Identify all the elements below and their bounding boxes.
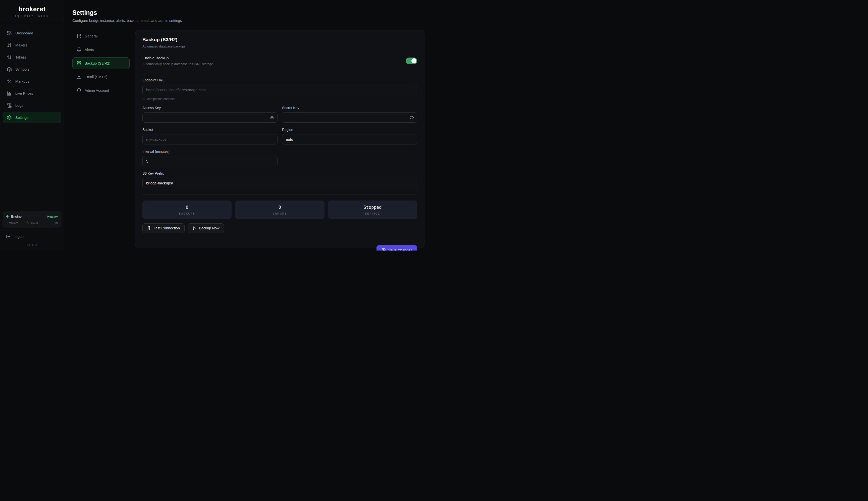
stat-card-errors: 0 ERRORS (235, 201, 324, 219)
enable-backup-label: Enable Backup (142, 56, 213, 60)
sidebar-item-logs[interactable]: Logs (3, 100, 61, 111)
tab-label: Email (SMTP) (85, 75, 107, 79)
live-prices-icon (7, 91, 12, 96)
sidebar-item-takers[interactable]: Takers (3, 52, 61, 63)
test-connection-button[interactable]: Test Connection (142, 223, 185, 233)
settings-icon (7, 115, 12, 120)
activity-icon (26, 221, 29, 224)
engine-makers-count: 1 makers (6, 221, 23, 224)
bell-icon (77, 47, 82, 52)
divider (142, 239, 417, 239)
backup-stats: 0 BACKUPS 0 ERRORS Stopped SERVICE (142, 201, 417, 219)
panel-subtitle: Automated database backups (142, 44, 417, 48)
play-icon (192, 226, 196, 230)
tab-alerts[interactable]: Alerts (72, 44, 130, 55)
symbols-icon (7, 67, 12, 72)
makers-icon (7, 43, 12, 48)
backup-now-button[interactable]: Backup Now (188, 223, 224, 233)
secret-key-label: Secret Key (282, 106, 417, 110)
enable-backup-toggle[interactable] (405, 57, 417, 64)
save-changes-label: Save Changes (388, 248, 412, 251)
region-label: Region (282, 128, 417, 132)
errors-count: 0 (235, 205, 324, 210)
divider (142, 72, 417, 72)
sidebar-spacer (0, 124, 64, 211)
toggle-knob (411, 58, 416, 63)
enable-backup-text: Enable Backup Automatically backup datab… (142, 56, 213, 66)
tab-backup[interactable]: Backup (S3/R2) (72, 57, 130, 69)
engine-rate: 162/s (31, 221, 38, 224)
mail-icon (77, 74, 82, 79)
access-key-label: Access Key (142, 106, 278, 110)
enable-backup-description: Automatically backup database to S3/R2 s… (142, 62, 213, 66)
sidebar-item-symbols[interactable]: Symbols (3, 64, 61, 75)
backups-label: BACKUPS (142, 212, 231, 215)
divider (142, 194, 417, 194)
app-version: v1.0.0 (0, 240, 64, 250)
test-tube-icon (147, 226, 151, 230)
shield-icon (77, 88, 82, 93)
tab-admin-account[interactable]: Admin Account (72, 84, 130, 96)
tab-general[interactable]: General (72, 30, 130, 42)
save-changes-button[interactable]: Save Changes (377, 245, 417, 250)
secret-key-input[interactable] (282, 112, 417, 122)
backups-count: 0 (142, 205, 231, 210)
endpoint-url-input[interactable] (142, 85, 417, 95)
sidebar-item-markups[interactable]: Markups (3, 76, 61, 87)
sidebar-item-dashboard[interactable]: Dashboard (3, 28, 61, 39)
page-subtitle: Configure bridge instance, alerts, backu… (72, 19, 424, 23)
sidebar-item-label: Takers (15, 55, 26, 59)
engine-status-dot (6, 215, 9, 217)
sidebar-item-label: Logs (15, 104, 23, 108)
logout-label: Logout (13, 235, 24, 239)
tab-label: Backup (S3/R2) (85, 61, 110, 65)
access-key-input[interactable] (142, 112, 278, 122)
sidebar-item-settings[interactable]: Settings (3, 112, 61, 123)
logs-icon (7, 103, 12, 108)
test-connection-label: Test Connection (154, 226, 180, 230)
takers-icon (7, 55, 12, 60)
service-label: SERVICE (328, 212, 417, 215)
engine-status-card: Engine Healthy 1 makers 162/s 18m (2, 211, 62, 228)
main-content: Settings Configure bridge instance, aler… (64, 0, 434, 250)
brand-tagline: LIQUIDITY BRIDGE (13, 15, 52, 18)
brand-logo: brokeret (18, 5, 45, 13)
sidebar: brokeret LIQUIDITY BRIDGE Dashboard Make… (0, 0, 64, 250)
endpoint-url-label: Endpoint URL (142, 78, 417, 82)
dashboard-icon (7, 31, 12, 36)
interval-label: Interval (minutes) (142, 149, 278, 153)
sidebar-item-label: Markups (15, 79, 29, 83)
brand: brokeret LIQUIDITY BRIDGE (0, 0, 64, 23)
tab-label: Admin Account (85, 88, 109, 93)
endpoint-helper-text: S3-compatible endpoint (142, 97, 417, 101)
tab-label: Alerts (85, 48, 94, 52)
stat-card-backups: 0 BACKUPS (142, 201, 231, 219)
tab-label: General (85, 34, 98, 38)
tab-email[interactable]: Email (SMTP) (72, 71, 130, 83)
backup-now-label: Backup Now (199, 226, 219, 230)
interval-input[interactable] (142, 156, 278, 166)
sidebar-item-makers[interactable]: Makers (3, 40, 61, 51)
bucket-input[interactable] (142, 134, 278, 145)
markups-icon (7, 79, 12, 84)
sidebar-item-label: Symbols (15, 67, 29, 71)
logout-icon (6, 234, 10, 239)
logout-button[interactable]: Logout (0, 230, 64, 240)
s3-key-prefix-label: S3 Key Prefix (142, 171, 417, 175)
engine-health-badge: Healthy (47, 215, 58, 218)
sidebar-nav: Dashboard Makers Takers Symbols Markups (0, 23, 64, 124)
sidebar-item-label: Makers (15, 43, 28, 47)
stat-card-service: Stopped SERVICE (328, 201, 417, 219)
service-status: Stopped (328, 205, 417, 210)
save-icon (381, 248, 386, 250)
eye-icon[interactable] (409, 115, 414, 120)
s3-key-prefix-input[interactable] (142, 178, 417, 188)
engine-uptime: 18m (41, 221, 58, 224)
database-icon (77, 61, 82, 66)
sidebar-item-live-prices[interactable]: Live Prices (3, 88, 61, 99)
sidebar-item-label: Dashboard (15, 31, 33, 35)
backup-panel: Backup (S3/R2) Automated database backup… (135, 30, 424, 248)
errors-label: ERRORS (235, 212, 324, 215)
eye-icon[interactable] (270, 115, 274, 120)
region-input[interactable] (282, 134, 417, 145)
